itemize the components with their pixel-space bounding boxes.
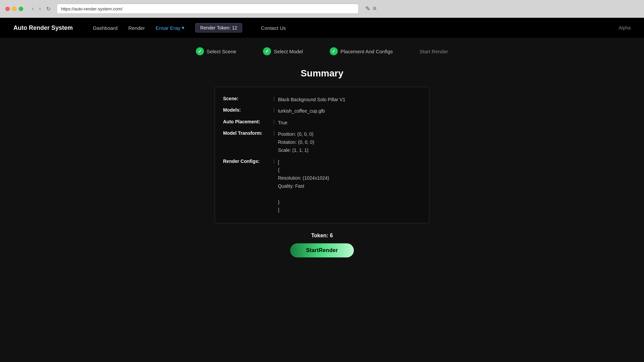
- summary-row-render-configs: Render Configs: | [ { Resolution: (1024x…: [223, 157, 421, 217]
- nav-contact[interactable]: Contact Us: [261, 25, 286, 31]
- reload-button[interactable]: ↻: [44, 5, 53, 13]
- browser-titlebar: ‹ › ↻ https://auto-render-system.com/ ✎ …: [0, 0, 644, 17]
- traffic-lights: [5, 7, 23, 11]
- step-check-select-scene: ✓: [196, 47, 204, 55]
- url-text: https://auto-render-system.com/: [61, 6, 123, 11]
- summary-value-render-configs: [ { Resolution: (1024x1024) Quality: Fas…: [278, 159, 329, 215]
- step-start-render[interactable]: Start Render: [420, 49, 448, 54]
- steps-bar: ✓ Select Scene ✓ Select Model ✓ Placemen…: [0, 38, 644, 65]
- token-info: Token: 6: [311, 233, 333, 239]
- nav-brand: Auto Render System: [13, 24, 73, 32]
- summary-label-scene: Scene:: [223, 96, 270, 101]
- config-resolution: Resolution: (1024x1024): [278, 174, 329, 182]
- step-placement-configs[interactable]: ✓ Placement And Configs: [330, 47, 393, 55]
- transform-position: Position: (0, 0, 0): [278, 130, 314, 138]
- config-close-bracket: ]: [278, 206, 329, 214]
- nav-render[interactable]: Render: [128, 25, 145, 31]
- address-bar[interactable]: https://auto-render-system.com/: [57, 4, 359, 14]
- maximize-button[interactable]: [19, 7, 23, 11]
- nav-alpha: Alpha: [619, 25, 631, 31]
- nav-dashboard[interactable]: Dashboard: [93, 25, 117, 31]
- main-content: Summary Scene: | Black Background Solo P…: [0, 65, 644, 362]
- app-container: Auto Render System Dashboard Render Ensa…: [0, 18, 644, 362]
- step-check-select-model: ✓: [263, 47, 271, 55]
- step-label-start-render: Start Render: [420, 49, 448, 54]
- nav-token-badge: Render Token: 12: [195, 23, 242, 33]
- nav-links: Dashboard Render Ensar Eray ▾ Render Tok…: [93, 23, 619, 33]
- summary-value-models: turkish_coffee_cup.glb: [278, 107, 325, 115]
- browser-nav-buttons: ‹ › ↻: [30, 5, 53, 13]
- nav-user[interactable]: Ensar Eray ▾: [156, 25, 184, 31]
- transform-scale: Scale: (1, 1, 1): [278, 146, 314, 155]
- page-title: Summary: [301, 68, 343, 79]
- edit-icon: ✎: [365, 5, 370, 12]
- config-close-brace: }: [278, 198, 329, 206]
- browser-chrome: ‹ › ↻ https://auto-render-system.com/ ✎ …: [0, 0, 644, 18]
- back-button[interactable]: ‹: [30, 5, 36, 13]
- config-open-bracket: [: [278, 159, 329, 167]
- close-button[interactable]: [5, 7, 10, 11]
- summary-value-auto-placement: True: [278, 119, 287, 126]
- step-label-select-scene: Select Scene: [207, 49, 236, 54]
- minimize-button[interactable]: [12, 7, 16, 11]
- start-render-button[interactable]: StartRender: [290, 243, 354, 257]
- summary-label-model-transform: Model Transform:: [223, 130, 270, 136]
- step-select-model[interactable]: ✓ Select Model: [263, 47, 303, 55]
- config-quality: Quality: Fast: [278, 182, 329, 190]
- step-select-scene[interactable]: ✓ Select Scene: [196, 47, 236, 55]
- separator-model-transform: |: [273, 130, 275, 136]
- summary-row-models: Models: | turkish_coffee_cup.glb: [223, 105, 421, 117]
- summary-value-scene: Black Background Solo Pillar V1: [278, 96, 345, 103]
- config-spacer: [278, 190, 329, 198]
- summary-row-scene: Scene: | Black Background Solo Pillar V1: [223, 94, 421, 105]
- summary-label-models: Models:: [223, 107, 270, 113]
- summary-row-model-transform: Model Transform: | Position: (0, 0, 0) R…: [223, 128, 421, 156]
- separator-scene: |: [273, 96, 275, 101]
- browser-actions: ✎ ≡: [365, 5, 377, 12]
- summary-value-model-transform: Position: (0, 0, 0) Rotation: (0, 0, 0) …: [278, 130, 314, 154]
- summary-row-auto-placement: Auto Placement: | True: [223, 117, 421, 128]
- chevron-down-icon: ▾: [182, 25, 184, 31]
- summary-label-render-configs: Render Configs:: [223, 159, 270, 164]
- transform-rotation: Rotation: (0, 0, 0): [278, 138, 314, 146]
- summary-label-auto-placement: Auto Placement:: [223, 119, 270, 124]
- navbar: Auto Render System Dashboard Render Ensa…: [0, 18, 644, 38]
- separator-models: |: [273, 107, 275, 113]
- step-check-placement-configs: ✓: [330, 47, 338, 55]
- forward-button[interactable]: ›: [37, 5, 43, 13]
- step-label-placement-configs: Placement And Configs: [340, 49, 393, 54]
- step-label-select-model: Select Model: [274, 49, 303, 54]
- separator-render-configs: |: [273, 159, 275, 164]
- menu-icon[interactable]: ≡: [373, 5, 377, 12]
- config-open-brace: {: [278, 166, 329, 174]
- separator-auto-placement: |: [273, 119, 275, 124]
- summary-table: Scene: | Black Background Solo Pillar V1…: [215, 87, 429, 223]
- nav-user-name: Ensar Eray: [156, 25, 180, 31]
